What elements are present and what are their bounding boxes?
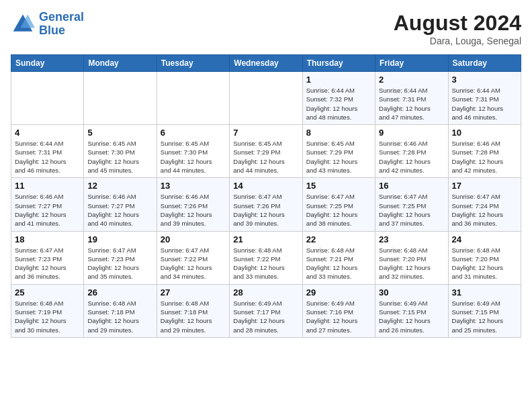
day-info: Sunrise: 6:45 AM Sunset: 7:29 PM Dayligh…: [306, 139, 371, 175]
day-info: Sunrise: 6:45 AM Sunset: 7:29 PM Dayligh…: [233, 139, 298, 175]
day-number: 11: [15, 181, 80, 191]
day-info: Sunrise: 6:47 AM Sunset: 7:23 PM Dayligh…: [15, 246, 80, 281]
calendar-week-row: 11Sunrise: 6:46 AM Sunset: 7:27 PM Dayli…: [11, 178, 521, 231]
day-number: 24: [452, 234, 517, 244]
calendar-cell: 13Sunrise: 6:46 AM Sunset: 7:26 PM Dayli…: [157, 178, 229, 231]
weekday-header: Tuesday: [157, 55, 229, 72]
day-info: Sunrise: 6:45 AM Sunset: 7:30 PM Dayligh…: [87, 139, 152, 175]
page-header: General Blue August 2024 Dara, Louga, Se…: [11, 11, 521, 46]
day-info: Sunrise: 6:46 AM Sunset: 7:28 PM Dayligh…: [452, 139, 517, 175]
calendar-cell: [157, 72, 229, 125]
calendar-cell: 8Sunrise: 6:45 AM Sunset: 7:29 PM Daylig…: [302, 125, 375, 178]
day-info: Sunrise: 6:47 AM Sunset: 7:24 PM Dayligh…: [452, 192, 517, 228]
weekday-header: Friday: [375, 55, 448, 72]
calendar-cell: 15Sunrise: 6:47 AM Sunset: 7:25 PM Dayli…: [302, 178, 375, 231]
day-number: 2: [379, 75, 444, 85]
calendar-cell: 29Sunrise: 6:49 AM Sunset: 7:16 PM Dayli…: [302, 284, 375, 337]
day-number: 18: [15, 234, 80, 244]
calendar-cell: 10Sunrise: 6:46 AM Sunset: 7:28 PM Dayli…: [448, 125, 521, 178]
calendar-cell: 11Sunrise: 6:46 AM Sunset: 7:27 PM Dayli…: [11, 178, 84, 231]
day-number: 21: [233, 234, 298, 244]
calendar-cell: 14Sunrise: 6:47 AM Sunset: 7:26 PM Dayli…: [230, 178, 302, 231]
calendar-cell: [84, 72, 157, 125]
day-info: Sunrise: 6:46 AM Sunset: 7:28 PM Dayligh…: [379, 139, 444, 175]
day-number: 25: [15, 287, 80, 298]
weekday-header-row: SundayMondayTuesdayWednesdayThursdayFrid…: [11, 55, 521, 72]
calendar-cell: 20Sunrise: 6:47 AM Sunset: 7:22 PM Dayli…: [157, 231, 229, 284]
calendar-cell: 9Sunrise: 6:46 AM Sunset: 7:28 PM Daylig…: [375, 125, 448, 178]
day-info: Sunrise: 6:47 AM Sunset: 7:23 PM Dayligh…: [87, 246, 152, 281]
day-number: 29: [306, 287, 371, 298]
day-number: 28: [233, 287, 298, 298]
calendar-cell: 22Sunrise: 6:48 AM Sunset: 7:21 PM Dayli…: [302, 231, 375, 284]
calendar-week-row: 1Sunrise: 6:44 AM Sunset: 7:32 PM Daylig…: [11, 72, 521, 125]
day-number: 26: [87, 287, 152, 298]
weekday-header: Sunday: [11, 55, 84, 72]
day-number: 4: [15, 128, 80, 138]
calendar-cell: 5Sunrise: 6:45 AM Sunset: 7:30 PM Daylig…: [84, 125, 157, 178]
location: Dara, Louga, Senegal: [394, 36, 521, 46]
day-number: 20: [161, 234, 226, 244]
day-info: Sunrise: 6:48 AM Sunset: 7:18 PM Dayligh…: [87, 299, 152, 334]
calendar-cell: 6Sunrise: 6:45 AM Sunset: 7:30 PM Daylig…: [157, 125, 229, 178]
day-info: Sunrise: 6:48 AM Sunset: 7:18 PM Dayligh…: [161, 299, 226, 334]
logo-icon: [11, 12, 35, 36]
calendar-table: SundayMondayTuesdayWednesdayThursdayFrid…: [11, 54, 521, 338]
calendar-cell: 4Sunrise: 6:44 AM Sunset: 7:31 PM Daylig…: [11, 125, 84, 178]
day-info: Sunrise: 6:47 AM Sunset: 7:26 PM Dayligh…: [233, 192, 298, 228]
calendar-cell: 16Sunrise: 6:47 AM Sunset: 7:25 PM Dayli…: [375, 178, 448, 231]
day-number: 14: [233, 181, 298, 191]
day-number: 19: [87, 234, 152, 244]
calendar-cell: 24Sunrise: 6:48 AM Sunset: 7:20 PM Dayli…: [448, 231, 521, 284]
day-info: Sunrise: 6:44 AM Sunset: 7:32 PM Dayligh…: [306, 86, 371, 122]
calendar-cell: 3Sunrise: 6:44 AM Sunset: 7:31 PM Daylig…: [448, 72, 521, 125]
title-block: August 2024 Dara, Louga, Senegal: [394, 11, 521, 46]
day-info: Sunrise: 6:48 AM Sunset: 7:22 PM Dayligh…: [233, 246, 298, 281]
day-number: 27: [161, 287, 226, 298]
day-number: 16: [379, 181, 444, 191]
day-info: Sunrise: 6:48 AM Sunset: 7:20 PM Dayligh…: [452, 246, 517, 281]
day-info: Sunrise: 6:49 AM Sunset: 7:15 PM Dayligh…: [452, 299, 517, 334]
day-number: 10: [452, 128, 517, 138]
calendar-week-row: 18Sunrise: 6:47 AM Sunset: 7:23 PM Dayli…: [11, 231, 521, 284]
day-info: Sunrise: 6:45 AM Sunset: 7:30 PM Dayligh…: [161, 139, 226, 175]
logo: General Blue: [11, 11, 84, 38]
calendar-cell: 30Sunrise: 6:49 AM Sunset: 7:15 PM Dayli…: [375, 284, 448, 337]
day-number: 8: [306, 128, 371, 138]
calendar-cell: [230, 72, 302, 125]
day-info: Sunrise: 6:47 AM Sunset: 7:25 PM Dayligh…: [306, 192, 371, 228]
day-info: Sunrise: 6:48 AM Sunset: 7:20 PM Dayligh…: [379, 246, 444, 281]
day-info: Sunrise: 6:47 AM Sunset: 7:22 PM Dayligh…: [161, 246, 226, 281]
day-number: 23: [379, 234, 444, 244]
day-number: 3: [452, 75, 517, 85]
day-number: 31: [452, 287, 517, 298]
calendar-cell: 31Sunrise: 6:49 AM Sunset: 7:15 PM Dayli…: [448, 284, 521, 337]
logo-text: General Blue: [39, 11, 84, 38]
day-info: Sunrise: 6:49 AM Sunset: 7:16 PM Dayligh…: [306, 299, 371, 334]
day-number: 17: [452, 181, 517, 191]
day-number: 12: [87, 181, 152, 191]
day-number: 7: [233, 128, 298, 138]
day-number: 6: [161, 128, 226, 138]
day-info: Sunrise: 6:46 AM Sunset: 7:26 PM Dayligh…: [161, 192, 226, 228]
calendar-cell: 27Sunrise: 6:48 AM Sunset: 7:18 PM Dayli…: [157, 284, 229, 337]
weekday-header: Wednesday: [230, 55, 302, 72]
weekday-header: Monday: [84, 55, 157, 72]
calendar-cell: 23Sunrise: 6:48 AM Sunset: 7:20 PM Dayli…: [375, 231, 448, 284]
day-info: Sunrise: 6:44 AM Sunset: 7:31 PM Dayligh…: [15, 139, 80, 175]
calendar-cell: 25Sunrise: 6:48 AM Sunset: 7:19 PM Dayli…: [11, 284, 84, 337]
day-info: Sunrise: 6:44 AM Sunset: 7:31 PM Dayligh…: [379, 86, 444, 122]
calendar-cell: 2Sunrise: 6:44 AM Sunset: 7:31 PM Daylig…: [375, 72, 448, 125]
calendar-cell: 19Sunrise: 6:47 AM Sunset: 7:23 PM Dayli…: [84, 231, 157, 284]
month-year: August 2024: [394, 11, 521, 36]
calendar-cell: 21Sunrise: 6:48 AM Sunset: 7:22 PM Dayli…: [230, 231, 302, 284]
day-number: 15: [306, 181, 371, 191]
calendar-week-row: 4Sunrise: 6:44 AM Sunset: 7:31 PM Daylig…: [11, 125, 521, 178]
day-info: Sunrise: 6:49 AM Sunset: 7:17 PM Dayligh…: [233, 299, 298, 334]
weekday-header: Saturday: [448, 55, 521, 72]
calendar-cell: 18Sunrise: 6:47 AM Sunset: 7:23 PM Dayli…: [11, 231, 84, 284]
day-info: Sunrise: 6:46 AM Sunset: 7:27 PM Dayligh…: [15, 192, 80, 228]
calendar-cell: [11, 72, 84, 125]
day-number: 13: [161, 181, 226, 191]
calendar-cell: 1Sunrise: 6:44 AM Sunset: 7:32 PM Daylig…: [302, 72, 375, 125]
